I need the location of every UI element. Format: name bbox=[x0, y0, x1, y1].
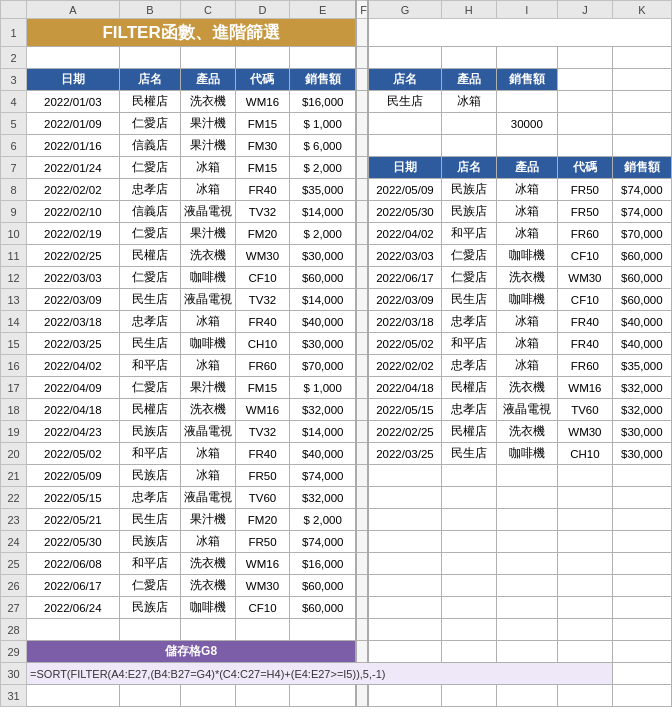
col-header-j: J bbox=[558, 1, 613, 19]
row-21: 21 2022/05/09 民族店 冰箱 FR50 $74,000 bbox=[1, 465, 672, 487]
sep-r1 bbox=[356, 19, 368, 47]
row-10: 10 2022/02/19 仁愛店 果汁機 FM20 $ 2,000 2022/… bbox=[1, 223, 672, 245]
right1-header-sales: 銷售額 bbox=[496, 69, 558, 91]
row-num-1: 1 bbox=[1, 19, 27, 47]
row-26: 26 2022/06/17 仁愛店 洗衣機 WM30 $60,000 bbox=[1, 575, 672, 597]
col-header-row: A B C D E F G H I J K bbox=[1, 1, 672, 19]
row-2: 2 bbox=[1, 47, 672, 69]
row-1: 1 FILTER函數、進階篩選 bbox=[1, 19, 672, 47]
r1-i4-sales bbox=[496, 91, 558, 113]
row-4: 4 2022/01/03 民權店 洗衣機 WM16 $16,000 民生店 冰箱 bbox=[1, 91, 672, 113]
left-header-date: 日期 bbox=[27, 69, 119, 91]
row-8: 8 2022/02/02 忠孝店 冰箱 FR40 $35,000 2022/05… bbox=[1, 179, 672, 201]
left-header-store: 店名 bbox=[119, 69, 181, 91]
left-r4-code: WM16 bbox=[235, 91, 290, 113]
left-header-product: 產品 bbox=[181, 69, 236, 91]
empty-r1-right bbox=[368, 19, 672, 47]
row-22: 22 2022/05/15 忠孝店 液晶電視 TV60 $32,000 bbox=[1, 487, 672, 509]
right1-header-product: 產品 bbox=[441, 69, 496, 91]
col-header-g: G bbox=[368, 1, 442, 19]
left-r4-sales: $16,000 bbox=[290, 91, 356, 113]
col-header-b: B bbox=[119, 1, 181, 19]
col-header-e: E bbox=[290, 1, 356, 19]
row-5: 5 2022/01/09 仁愛店 果汁機 FM15 $ 1,000 30000 bbox=[1, 113, 672, 135]
row-16: 16 2022/04/02 和平店 冰箱 FR60 $70,000 2022/0… bbox=[1, 355, 672, 377]
col-header-d: D bbox=[235, 1, 290, 19]
row-17: 17 2022/04/09 仁愛店 果汁機 FM15 $ 1,000 2022/… bbox=[1, 377, 672, 399]
corner-cell bbox=[1, 1, 27, 19]
row-28: 28 bbox=[1, 619, 672, 641]
row-num-5: 5 bbox=[1, 113, 27, 135]
row-11: 11 2022/02/25 民權店 洗衣機 WM30 $30,000 2022/… bbox=[1, 245, 672, 267]
spreadsheet: A B C D E F G H I J K 1 FILTER函數、進階篩選 2 … bbox=[0, 0, 672, 707]
row-27: 27 2022/06/24 民族店 咖啡機 CF10 $60,000 bbox=[1, 597, 672, 619]
right1-header-store: 店名 bbox=[368, 69, 442, 91]
col-header-i: I bbox=[496, 1, 558, 19]
row-31: 31 bbox=[1, 685, 672, 707]
left-header-code: 代碼 bbox=[235, 69, 290, 91]
row-13: 13 2022/03/09 民生店 液晶電視 TV32 $14,000 2022… bbox=[1, 289, 672, 311]
row-num-3: 3 bbox=[1, 69, 27, 91]
row-18: 18 2022/04/18 民權店 洗衣機 WM16 $32,000 2022/… bbox=[1, 399, 672, 421]
row-14: 14 2022/03/18 忠孝店 冰箱 FR40 $40,000 2022/0… bbox=[1, 311, 672, 333]
col-header-h: H bbox=[441, 1, 496, 19]
r1-g4-store: 民生店 bbox=[368, 91, 442, 113]
row-25: 25 2022/06/08 和平店 洗衣機 WM16 $16,000 bbox=[1, 553, 672, 575]
storage-label: 儲存格G8 bbox=[27, 641, 357, 663]
left-r4-date: 2022/01/03 bbox=[27, 91, 119, 113]
left-r4-product: 洗衣機 bbox=[181, 91, 236, 113]
col-header-c: C bbox=[181, 1, 236, 19]
row-20: 20 2022/05/02 和平店 冰箱 FR40 $40,000 2022/0… bbox=[1, 443, 672, 465]
row-24: 24 2022/05/30 民族店 冰箱 FR50 $74,000 bbox=[1, 531, 672, 553]
row-num-4: 4 bbox=[1, 91, 27, 113]
row-num-2: 2 bbox=[1, 47, 27, 69]
row-23: 23 2022/05/21 民生店 果汁機 FM20 $ 2,000 bbox=[1, 509, 672, 531]
row-19: 19 2022/04/23 民族店 液晶電視 TV32 $14,000 2022… bbox=[1, 421, 672, 443]
r1-h4-product: 冰箱 bbox=[441, 91, 496, 113]
row-30: 30 =SORT(FILTER(A4:E27,(B4:B27=G4)*(C4:C… bbox=[1, 663, 672, 685]
left-header-sales: 銷售額 bbox=[290, 69, 356, 91]
left-r4-store: 民權店 bbox=[119, 91, 181, 113]
title-cell: FILTER函數、進階篩選 bbox=[27, 19, 357, 47]
row-12: 12 2022/03/03 仁愛店 咖啡機 CF10 $60,000 2022/… bbox=[1, 267, 672, 289]
row-29: 29 儲存格G8 bbox=[1, 641, 672, 663]
formula-cell: =SORT(FILTER(A4:E27,(B4:B27=G4)*(C4:C27=… bbox=[27, 663, 613, 685]
col-header-k: K bbox=[612, 1, 671, 19]
col-header-a: A bbox=[27, 1, 119, 19]
row-15: 15 2022/03/25 民生店 咖啡機 CH10 $30,000 2022/… bbox=[1, 333, 672, 355]
col-header-f: F bbox=[356, 1, 368, 19]
row-7: 7 2022/01/24 仁愛店 冰箱 FM15 $ 2,000 日期 店名 產… bbox=[1, 157, 672, 179]
row-9: 9 2022/02/10 信義店 液晶電視 TV32 $14,000 2022/… bbox=[1, 201, 672, 223]
row-6: 6 2022/01/16 信義店 果汁機 FM30 $ 6,000 bbox=[1, 135, 672, 157]
row-3: 3 日期 店名 產品 代碼 銷售額 店名 產品 銷售額 bbox=[1, 69, 672, 91]
